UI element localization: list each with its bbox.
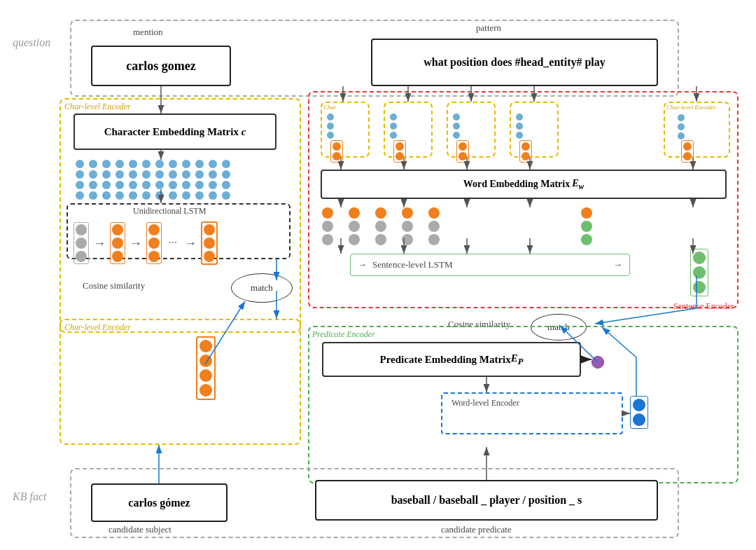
pattern-label: pattern [476,22,501,34]
candidate-predicate-label: candidate predicate [441,524,512,535]
kb-char-dots [196,336,216,400]
match-ellipse-left: match [231,273,293,303]
mention-label: mention [133,27,163,38]
char-embedding-box: Character Embedding Matrix c [74,114,276,150]
question-label: question [13,36,50,49]
word-encoder-output-dots [630,396,648,429]
sentence-output-dots [690,249,708,296]
char-embedding-dots [76,160,230,200]
mention-box: carlos gomez [91,46,231,86]
predicate-encoder-label: Predicate Encoder [312,329,375,340]
candidate-subject-label: candidate subject [108,524,172,535]
pattern-box: what position does #head_entity# play [371,39,658,86]
word-output-dots [322,207,592,245]
word-embedding-box: Word Embedding Matrix Ew [321,170,727,199]
word-level-encoder-label: Word-level Encoder [451,398,519,408]
lstm-dots: → → ··· → [74,221,218,265]
kb-predicate-box: baseball / baseball _ player / position … [315,480,658,521]
sentence-encoder-label: Sentence Encoder [673,301,734,312]
char-encoder-left-label: Char-level Encoder [64,102,131,112]
kb-fact-label: KB fact [13,490,46,503]
char-encoder-kb-region [59,319,301,445]
cosine-similarity-left-label: Cosine similarity [83,280,145,291]
kb-subject-box: carlos gómez [91,483,227,522]
char-embedding-subscript: c [241,126,246,137]
sentence-lstm-box: → Sentence-level LSTM → [350,254,630,276]
predicate-embedding-box: Predicate Embedding Matrix EP [322,342,581,377]
lstm-label: Unidirectional LSTM [133,206,206,216]
char-encoder-kb-label: Char-level Encoder [64,322,131,333]
predicate-output-dot [592,356,604,369]
